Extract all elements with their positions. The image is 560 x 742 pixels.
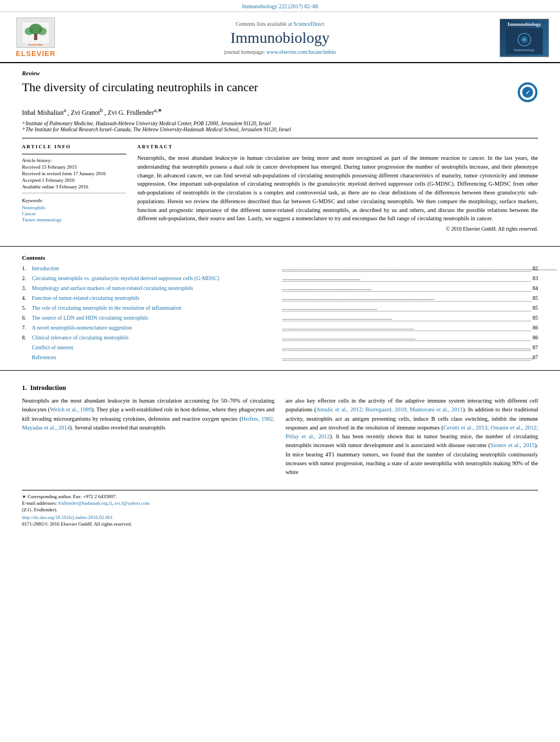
contents-label[interactable]: References <box>32 354 281 360</box>
section-divider-1 <box>22 138 538 138</box>
contents-page: 83 <box>533 275 538 281</box>
journal-center-info: Contents lists available at ScienceDirec… <box>60 21 500 55</box>
ref-cerutti-2013[interactable]: Cerutti et al., 2013; Ostanin et al., 20… <box>285 425 538 439</box>
contents-dots: ........................................… <box>282 285 531 292</box>
email-1[interactable]: fridlender@hadassah.org.il <box>58 500 112 506</box>
article-info-title: ARTICLE INFO <box>22 144 126 149</box>
contents-label[interactable]: Function of tumor-related circulating ne… <box>32 295 281 301</box>
author-c-sup: a,∗ <box>154 107 162 113</box>
body-two-col: Neutrophils are the most abundant leukoc… <box>22 397 538 481</box>
elsevier-brand-text: ELSEVIER <box>16 49 55 58</box>
email-label: E-mail addresses: <box>22 500 57 506</box>
contents-label[interactable]: A novel neutrophils-nomenclature suggest… <box>32 325 281 331</box>
email-2[interactable]: zvi.f@yahoo.com <box>114 500 149 506</box>
contents-row: 4. Function of tumor-related circulating… <box>22 295 538 303</box>
contents-num: 1. <box>22 265 32 271</box>
body-col-right: are also key effector cells in the activ… <box>285 397 538 481</box>
svg-text:Immunobiology: Immunobiology <box>514 48 534 52</box>
corresponding-author: ∗ Corresponding author. Fax: +972 2 6435… <box>22 494 538 499</box>
journal-citation: Immunobiology 222 (2017) 82–88 <box>0 0 560 12</box>
contents-label[interactable]: Conflict of interest <box>32 344 281 350</box>
journal-header: ELSEVIER ELSEVIER Contents lists availab… <box>0 12 560 63</box>
svg-rect-4 <box>34 34 37 40</box>
major-divider-1 <box>0 246 560 247</box>
contents-dots: ........................................… <box>282 344 531 351</box>
journal-title-header: Immunobiology <box>71 29 489 47</box>
author-b-sup: b <box>100 107 103 113</box>
svg-point-9 <box>523 38 526 41</box>
doi-link[interactable]: http://dx.doi.org/10.1016/j.imbio.2016.0… <box>22 515 538 520</box>
svg-text:CrossMark: CrossMark <box>522 99 534 102</box>
article-history-section: Article history: Received 15 February 20… <box>22 158 126 189</box>
intro-para-2: are also key effector cells in the activ… <box>285 397 538 477</box>
article-type-label: Review <box>22 70 538 76</box>
ref-sionov-2015[interactable]: Sionov et al., 2015 <box>490 442 535 448</box>
ref-amulic-2012[interactable]: Amulic et al., 2012; Borregaard, 2010; M… <box>316 406 463 412</box>
contents-num: 5. <box>22 305 32 311</box>
intro-para-1: Neutrophils are the most abundant leukoc… <box>22 397 275 432</box>
homepage-url[interactable]: www.elsevier.com/locate/imbio <box>266 49 336 55</box>
received-revised-date: Received in revised form 17 January 2016 <box>22 171 126 176</box>
email-line: E-mail addresses: fridlender@hadassah.or… <box>22 500 538 506</box>
keyword-tumor-immunology[interactable]: Tumor immunology <box>22 217 126 222</box>
contents-table: 1. Introduction ........................… <box>22 265 538 362</box>
body-col-left: Neutrophils are the most abundant leukoc… <box>22 397 275 481</box>
contents-label[interactable]: Circulating neutrophils vs. granulocytic… <box>32 275 281 281</box>
section-heading: 1. Introduction <box>22 384 538 392</box>
keyword-neutrophils[interactable]: Neutrophils <box>22 205 126 210</box>
contents-page: 87 <box>533 354 538 360</box>
contents-num: 4. <box>22 295 32 301</box>
affiliations: ᵃ Institute of Pulmonary Medicine, Hadas… <box>22 120 538 132</box>
contents-dots: ........................................… <box>282 334 531 341</box>
abstract-column: ABSTRACT Neutrophils, the most abundant … <box>137 144 538 232</box>
contents-dots: ........................................… <box>282 265 531 272</box>
contents-row: References .............................… <box>22 354 538 362</box>
contents-row: 3. Morphology and surface markers of tum… <box>22 285 538 293</box>
contents-label[interactable]: Introduction <box>32 265 281 271</box>
article-title-row: The diversity of circulating neutrophils… <box>22 80 538 103</box>
contents-page: 82 <box>533 265 538 271</box>
contents-page: 86 <box>533 325 538 331</box>
contents-label[interactable]: Clinical relevance of circulating neutro… <box>32 334 281 341</box>
journal-citation-text: Immunobiology 222 (2017) 82–88 <box>242 3 318 9</box>
svg-point-2 <box>25 27 33 35</box>
contents-page: 85 <box>533 295 538 301</box>
ref-welch-1989[interactable]: Welch et al., 1989 <box>50 406 92 412</box>
contents-page: 85 <box>533 315 538 321</box>
contents-label[interactable]: The role of circulating neutrophils in t… <box>32 305 281 311</box>
contents-row: 5. The role of circulating neutrophils i… <box>22 305 538 313</box>
elsevier-logo-image: ELSEVIER <box>16 18 55 48</box>
article-content: Review The diversity of circulating neut… <box>0 63 560 238</box>
contents-dots: ........................................… <box>282 315 531 321</box>
contents-row: 2. Circulating neutrophils vs. granulocy… <box>22 275 538 283</box>
author-fridlender: , Zvi G. Fridlender <box>104 109 154 116</box>
sciencedirect-link[interactable]: ScienceDirect <box>293 21 324 27</box>
contents-row: 7. A novel neutrophils-nomenclature sugg… <box>22 325 538 333</box>
abstract-text: Neutrophils, the most abundant leukocyte… <box>137 154 538 223</box>
contents-page: 87 <box>533 344 538 350</box>
contents-num: 8. <box>22 334 32 341</box>
ref-heifets-1982[interactable]: Heifets, 1982; Mayadas et al., 2014 <box>22 416 275 431</box>
accepted-date: Accepted 1 February 2016 <box>22 177 126 183</box>
contents-page: 85 <box>533 305 538 311</box>
keyword-cancer[interactable]: Cancer <box>22 211 126 216</box>
contents-available-line: Contents lists available at ScienceDirec… <box>71 21 489 27</box>
contents-num: 2. <box>22 275 32 281</box>
contents-num: 3. <box>22 285 32 291</box>
copyright-line: © 2016 Elsevier GmbH. All rights reserve… <box>137 226 538 232</box>
contents-row: 8. Clinical relevance of circulating neu… <box>22 334 538 343</box>
contents-row: 6. The source of LDN and HDN circulating… <box>22 315 538 323</box>
author-granot: , Zvi Granot <box>68 109 100 116</box>
keywords-divider <box>22 193 126 193</box>
contents-label[interactable]: Morphology and surface markers of tumor-… <box>32 285 281 291</box>
elsevier-logo: ELSEVIER ELSEVIER <box>11 18 60 58</box>
affil-short: (Z.G. Fridlender). <box>22 507 538 512</box>
info-divider <box>22 154 126 154</box>
contents-label[interactable]: The source of LDN and HDN circulating ne… <box>32 315 281 321</box>
homepage-line: journal homepage: www.elsevier.com/locat… <box>71 49 489 55</box>
affil-a: ᵃ Institute of Pulmonary Medicine, Hadas… <box>22 120 538 126</box>
major-divider-2 <box>0 370 560 371</box>
article-info-abstract-container: ARTICLE INFO Article history: Received 1… <box>22 144 538 232</box>
keywords-section: Keywords: Neutrophils Cancer Tumor immun… <box>22 198 126 222</box>
crossmark-logo[interactable]: ✓ CrossMark <box>517 82 538 103</box>
